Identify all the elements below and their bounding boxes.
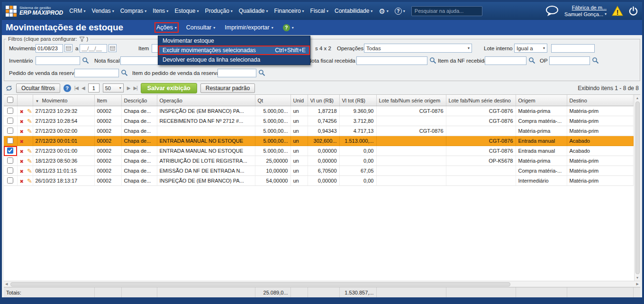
- column-header-vl-un[interactable]: Vl un (R$): [308, 95, 339, 106]
- menu-imprimir-exportar[interactable]: Imprimir/exportar ▾: [225, 24, 273, 31]
- help-search-input[interactable]: [411, 6, 482, 16]
- column-header-vl-tot[interactable]: Vl tot (R$): [339, 95, 376, 106]
- search-lookup-icon[interactable]: [121, 69, 128, 76]
- item-nf-recebida-input[interactable]: [485, 56, 526, 65]
- row-checkbox[interactable]: [7, 138, 13, 144]
- table-row[interactable]: ✖ ✎ 18/12/23 08:50:36 00002 Chapa de... …: [4, 156, 633, 166]
- row-checkbox[interactable]: [7, 108, 13, 114]
- topbar-menu[interactable]: CRM ▾: [69, 8, 85, 14]
- delete-row-icon[interactable]: ✖: [20, 119, 24, 124]
- topbar-menu[interactable]: Estoque ▾: [174, 8, 199, 14]
- vertical-scrollbar[interactable]: ▲ ▼: [634, 95, 640, 281]
- table-row[interactable]: ✖ ✎ 26/10/23 18:13:17 00002 Chapa de... …: [4, 176, 633, 186]
- logout-power-button[interactable]: [628, 6, 638, 16]
- page-help-menu[interactable]: ? ▾: [283, 24, 294, 31]
- movimento-to-input[interactable]: [80, 44, 107, 53]
- table-row[interactable]: ✖ ✎ 08/11/23 11:01:15 00002 Chapa de... …: [4, 166, 633, 176]
- vertical-scroll-thumb[interactable]: [635, 101, 640, 274]
- op-input[interactable]: [549, 56, 590, 65]
- topbar-menu[interactable]: Vendas ▾: [92, 8, 114, 14]
- lote-interno-value-input[interactable]: [551, 44, 595, 53]
- scroll-up-icon[interactable]: ▲: [636, 95, 639, 101]
- row-checkbox[interactable]: [7, 118, 13, 124]
- inventario-input[interactable]: [36, 56, 80, 65]
- filters-legend[interactable]: Filtros (clique para configurar: ): [6, 36, 90, 42]
- topbar-menu[interactable]: Qualidade ▾: [239, 8, 268, 14]
- topbar-menu[interactable]: Financeiro ▾: [274, 8, 304, 14]
- table-row[interactable]: ✖ ✎ 27/12/23 00:02:00 00002 Chapa de... …: [4, 126, 633, 136]
- scroll-right-icon[interactable]: ▶: [636, 282, 639, 286]
- dropdown-menu-item[interactable]: Excluir movimentações selecionadas Ctrl+…: [158, 46, 310, 55]
- row-checkbox[interactable]: [7, 147, 13, 154]
- dropdown-menu-item[interactable]: Movimentar estoque: [158, 36, 310, 46]
- edit-row-icon[interactable]: ✎: [27, 167, 32, 175]
- delete-row-icon[interactable]: ✖: [20, 129, 24, 134]
- scroll-left-icon[interactable]: ◀: [5, 282, 8, 286]
- user-menu[interactable]: Samuel Gonça... ▾: [564, 11, 607, 18]
- select-all-checkbox[interactable]: [7, 97, 13, 103]
- search-lookup-icon[interactable]: [82, 57, 89, 64]
- search-lookup-icon[interactable]: [258, 69, 265, 76]
- topbar-menu[interactable]: Itens ▾: [153, 8, 168, 14]
- horizontal-scrollbar[interactable]: ◀ ▶: [4, 281, 640, 287]
- menu-acoes[interactable]: Ações ▾: [156, 24, 177, 31]
- nota-fiscal-recebida-input[interactable]: [356, 56, 427, 65]
- pager-first-icon[interactable]: |◀: [74, 85, 78, 91]
- row-checkbox[interactable]: [7, 157, 13, 164]
- scroll-down-icon[interactable]: ▼: [636, 275, 639, 281]
- delete-row-icon[interactable]: ✖: [20, 149, 24, 154]
- warning-icon[interactable]: !: [612, 6, 623, 16]
- calendar-button[interactable]: [64, 44, 73, 52]
- chat-icon[interactable]: [545, 5, 559, 17]
- horizontal-scroll-thumb[interactable]: [10, 282, 510, 286]
- column-header-qt[interactable]: Qt: [255, 95, 290, 106]
- column-header-movimento[interactable]: ▼ Movimento: [33, 95, 94, 106]
- topbar-menu[interactable]: Contabilidade ▾: [335, 8, 372, 14]
- search-lookup-icon[interactable]: [528, 57, 535, 64]
- settings-menu[interactable]: ⚙ ▾: [379, 8, 388, 15]
- table-row[interactable]: ✖ ✎ 27/12/23 00:01:01 00002 Chapa de... …: [4, 136, 633, 146]
- search-lookup-icon[interactable]: [429, 57, 436, 64]
- save-view-button[interactable]: Salvar exibição: [141, 83, 197, 93]
- column-header-lote-destino[interactable]: Lote fab/Num série destino: [446, 95, 516, 106]
- operacoes-select[interactable]: Todas ▾: [364, 44, 472, 53]
- column-header-operacao[interactable]: Operação: [157, 95, 255, 106]
- pedido-venda-reserva-input[interactable]: [74, 69, 119, 77]
- dropdown-menu-item[interactable]: Devolver estoque da linha selecionada: [158, 55, 310, 64]
- menu-consultar[interactable]: Consultar ▾: [186, 24, 216, 31]
- calendar-button[interactable]: [109, 44, 117, 52]
- refresh-icon[interactable]: [5, 84, 13, 92]
- delete-row-icon[interactable]: ✖: [20, 159, 24, 164]
- pager-last-icon[interactable]: ▶|: [133, 85, 137, 91]
- item-pedido-venda-reserva-input[interactable]: [218, 69, 256, 77]
- column-header-descricao[interactable]: Descrição: [121, 95, 157, 106]
- company-link[interactable]: Fábrica de m...: [564, 4, 607, 11]
- column-header-lote-origem[interactable]: Lote fab/Num série origem: [376, 95, 446, 106]
- topbar-menu[interactable]: Compras ▾: [120, 8, 147, 14]
- hide-filters-button[interactable]: Ocultar filtros: [16, 83, 60, 93]
- column-header-item[interactable]: Item: [94, 95, 121, 106]
- row-checkbox[interactable]: [7, 167, 13, 174]
- delete-row-icon[interactable]: ✖: [20, 109, 24, 114]
- table-row[interactable]: ✖ ✎ 27/12/23 10:29:32 00002 Chapa de... …: [4, 106, 633, 116]
- column-header-unid[interactable]: Unid: [290, 95, 308, 106]
- edit-row-icon[interactable]: ✎: [27, 177, 32, 184]
- erp-logo[interactable]: Sistema de gestão ERP MAXIPROD: [6, 6, 63, 17]
- column-header-origem[interactable]: Origem: [516, 95, 567, 106]
- movimento-from-input[interactable]: [36, 44, 63, 53]
- table-row[interactable]: ✖ ✎ 27/12/23 10:28:54 00002 Chapa de... …: [4, 116, 633, 126]
- pager-prev-icon[interactable]: ◀: [82, 85, 85, 91]
- lote-interno-operator-select[interactable]: Igual a ▾: [514, 44, 547, 53]
- edit-row-icon[interactable]: ✎: [27, 118, 32, 125]
- restore-default-button[interactable]: Restaurar padrão: [200, 83, 255, 93]
- edit-row-icon[interactable]: ✎: [27, 147, 32, 155]
- table-row[interactable]: ✖ ✎ 27/12/23 00:01:00 00002 Chapa de... …: [4, 146, 633, 156]
- page-number-input[interactable]: [88, 83, 100, 92]
- edit-row-icon[interactable]: ✎: [27, 157, 32, 165]
- row-checkbox[interactable]: [7, 177, 13, 184]
- toolbar-help-icon[interactable]: ?: [63, 84, 71, 92]
- column-header-destino[interactable]: Destino: [567, 95, 633, 106]
- delete-row-icon[interactable]: ✖: [20, 139, 24, 144]
- topbar-menu[interactable]: Produção ▾: [205, 8, 232, 14]
- topbar-menu[interactable]: Fiscal ▾: [310, 8, 328, 14]
